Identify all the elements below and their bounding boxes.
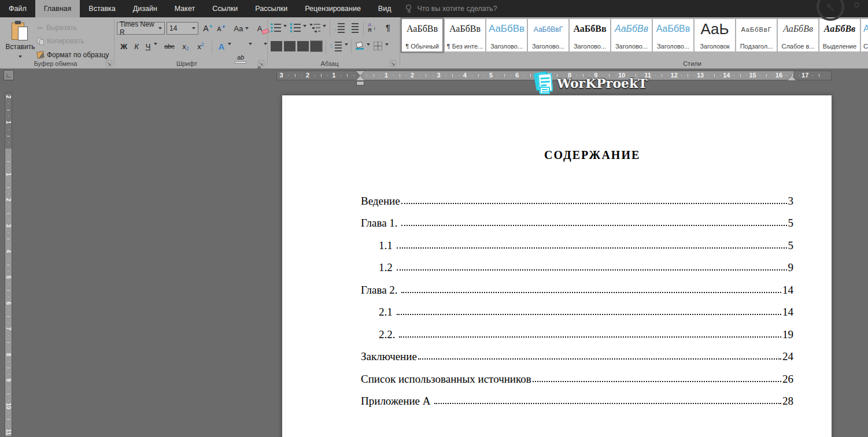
style-preview: АаЬ [695, 20, 735, 38]
decrease-indent-button[interactable]: ← [334, 23, 345, 33]
increase-indent-button[interactable]: → [348, 23, 359, 33]
tab-mailings[interactable]: Рассылки [246, 0, 296, 17]
tab-review[interactable]: Рецензирование [296, 0, 370, 17]
borders-caret[interactable] [384, 43, 390, 46]
underline-button[interactable]: Ч [143, 40, 153, 52]
toc-entry[interactable]: Глава 2. 14 [361, 277, 793, 299]
dot-leader [397, 269, 787, 271]
align-center-button[interactable] [284, 41, 296, 51]
right-indent-marker[interactable] [788, 76, 796, 80]
sort-button[interactable]: А Я ↓ [368, 23, 377, 33]
dot-leader [397, 247, 787, 249]
tab-home[interactable]: Главная [35, 0, 80, 17]
tab-file[interactable]: Файл [0, 0, 35, 17]
clipboard-dialog-launcher[interactable]: ↘ [106, 60, 112, 66]
multilevel-caret[interactable] [322, 25, 327, 27]
toc-entry[interactable]: 1.1 5 [361, 232, 793, 255]
paragraph-dialog-launcher[interactable]: ↘ [390, 60, 396, 66]
left-indent-marker[interactable] [356, 81, 364, 86]
copy-button[interactable]: Копировать [37, 35, 84, 47]
bullets-button[interactable] [271, 23, 282, 33]
style-card-heading2[interactable]: АаБбВвГ Заголово... [528, 19, 568, 51]
style-card-title[interactable]: АаЬ Заголовок [695, 19, 735, 51]
style-card-normal[interactable]: АаБбВв ¶ Обычный [402, 19, 442, 51]
cut-button[interactable]: ✂ Вырезать [37, 22, 77, 34]
align-left-button[interactable] [271, 41, 282, 51]
italic-button[interactable]: К [132, 40, 141, 52]
change-case-button[interactable]: Аа [231, 23, 251, 34]
toc-entry[interactable]: Приложение А 28 [361, 388, 793, 411]
dot-leader [401, 225, 786, 226]
document-title[interactable]: СОДЕРЖАНИЕ [544, 149, 640, 162]
toc-entry[interactable]: Глава 1. 5 [361, 210, 793, 233]
document-page[interactable]: СОДЕРЖАНИЕ Ведение 3 Глава 1. 5 1.1 5 [282, 95, 832, 437]
style-preview: АаБбВв [653, 24, 693, 34]
shrink-font-button[interactable]: А▼ [216, 24, 227, 34]
toc-entry[interactable]: Ведение 3 [361, 188, 793, 210]
style-card-heading3[interactable]: АаБбВв Заголово... [570, 19, 610, 51]
toc-entry[interactable]: Список использованных источников 26 [361, 366, 793, 388]
style-card-subtle-emphasis[interactable]: АаБбВв Слабое в... [778, 19, 818, 51]
first-line-indent-marker[interactable] [356, 71, 364, 76]
shading-button[interactable] [355, 42, 364, 50]
multilevel-list-button[interactable] [310, 23, 322, 33]
style-label: Заголово... [653, 43, 693, 50]
highlight-caret[interactable] [248, 43, 253, 45]
bold-button[interactable]: Ж [119, 40, 129, 52]
font-size-combo[interactable]: 14 [167, 22, 198, 35]
style-card-no-spacing[interactable]: АаБбВв ¶ Без инте... [445, 19, 485, 51]
tab-layout[interactable]: Макет [166, 0, 204, 17]
document-canvas: ∟ 1231234567891011121314151617 121234567… [0, 69, 868, 437]
grow-font-button[interactable]: А▲ [202, 23, 215, 34]
tab-references[interactable]: Ссылки [204, 0, 246, 17]
toc-entry-page: 28 [782, 395, 793, 410]
show-hide-marks-button[interactable]: ¶ [383, 22, 393, 34]
style-card-emphasis[interactable]: АаБбВв Выделение [819, 19, 860, 51]
strikethrough-button[interactable]: abc [162, 41, 177, 51]
tab-view[interactable]: Вид [370, 0, 400, 17]
font-name-combo[interactable]: Times New R [117, 22, 165, 35]
underline-caret[interactable] [153, 43, 158, 45]
toc-entry[interactable]: 2.1 14 [361, 299, 793, 322]
format-painter-button[interactable]: Формат по образцу [37, 49, 109, 61]
superscript-button[interactable]: х2 [194, 41, 207, 52]
bullets-caret[interactable] [282, 25, 288, 27]
subscript-button[interactable]: х2 [179, 41, 192, 52]
toc-entry-label: Ведение [361, 195, 400, 210]
tab-stop-selector[interactable]: ∟ [3, 70, 14, 80]
align-right-button[interactable] [297, 41, 309, 51]
style-card-heading5[interactable]: АаБбВв Заголово... [653, 19, 693, 51]
style-card-subtitle[interactable]: АаБбВвГ Подзагол... [736, 19, 777, 51]
style-card-heading4[interactable]: АаБбВв Заголово... [611, 19, 652, 51]
text-effects-caret[interactable] [227, 43, 232, 45]
style-preview: АаБбВвГ [736, 26, 777, 33]
font-size-value: 14 [169, 24, 177, 32]
line-spacing-button[interactable]: ↕ [331, 41, 342, 51]
hanging-indent-marker[interactable] [356, 76, 364, 80]
toc-entry[interactable]: Заключение 24 [361, 344, 793, 366]
style-label: ¶ Без инте... [445, 43, 485, 50]
font-dialog-launcher[interactable]: ↘ [258, 60, 264, 66]
ribbon: Вставить ✂ Вырезать Копировать Формат по… [0, 17, 868, 69]
highlight-button[interactable]: ab [235, 52, 246, 64]
format-painter-icon [36, 51, 45, 59]
style-card-partial[interactable]: А С [861, 19, 868, 51]
toc-entry[interactable]: 2.2. 19 [361, 321, 793, 344]
numbering-caret[interactable] [302, 25, 308, 27]
style-card-heading1[interactable]: АаБбВв Заголово... [486, 19, 527, 51]
workproekt-documents-icon [534, 72, 556, 95]
style-preview: АаБбВв [570, 24, 610, 34]
tab-design[interactable]: Дизайн [124, 0, 166, 17]
paste-button[interactable]: Вставить [5, 20, 36, 61]
text-effects-button[interactable]: А [216, 40, 227, 52]
line-spacing-caret[interactable] [343, 43, 349, 46]
shading-caret[interactable] [365, 43, 371, 46]
toc-entry[interactable]: 1.2 9 [361, 255, 793, 277]
numbering-button[interactable] [290, 23, 302, 33]
borders-button[interactable] [374, 42, 382, 50]
clear-formatting-button[interactable]: А [254, 23, 265, 34]
justify-button[interactable] [311, 41, 322, 51]
tab-insert[interactable]: Вставка [80, 0, 124, 17]
tell-me-search[interactable]: Что вы хотите сделать? [405, 0, 497, 17]
dot-leader [401, 203, 787, 204]
